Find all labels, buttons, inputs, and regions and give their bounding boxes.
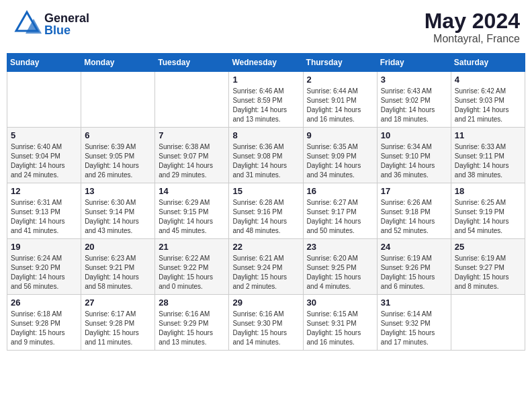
calendar-cell: 16Sunrise: 6:27 AMSunset: 9:17 PMDayligh…: [303, 183, 377, 239]
day-info: Sunrise: 6:34 AMSunset: 9:10 PMDaylight:…: [381, 142, 447, 180]
day-info: Sunrise: 6:21 AMSunset: 9:24 PMDaylight:…: [232, 254, 299, 291]
day-number: 5: [11, 130, 77, 140]
day-info: Sunrise: 6:42 AMSunset: 9:03 PMDaylight:…: [455, 87, 521, 124]
col-sunday: Sunday: [7, 54, 81, 72]
calendar-week-3: 12Sunrise: 6:31 AMSunset: 9:13 PMDayligh…: [7, 183, 525, 239]
day-number: 14: [159, 186, 225, 196]
calendar-cell: 23Sunrise: 6:20 AMSunset: 9:25 PMDayligh…: [303, 239, 377, 295]
day-info: Sunrise: 6:38 AMSunset: 9:07 PMDaylight:…: [159, 142, 225, 180]
day-info: Sunrise: 6:20 AMSunset: 9:25 PMDaylight:…: [307, 254, 373, 291]
day-info: Sunrise: 6:25 AMSunset: 9:19 PMDaylight:…: [455, 198, 521, 236]
title-block: May 2024 Montayral, France: [425, 9, 520, 45]
day-number: 16: [307, 186, 373, 196]
calendar-cell: 4Sunrise: 6:42 AMSunset: 9:03 PMDaylight…: [451, 72, 525, 128]
calendar-table: Sunday Monday Tuesday Wednesday Thursday…: [7, 53, 525, 351]
calendar-cell: [451, 295, 525, 351]
logo-general-text: General: [44, 12, 89, 24]
calendar-cell: 6Sunrise: 6:39 AMSunset: 9:05 PMDaylight…: [81, 128, 155, 183]
page-header: General Blue May 2024 Montayral, France: [7, 7, 525, 48]
col-saturday: Saturday: [451, 54, 525, 72]
calendar-cell: [7, 72, 81, 128]
day-info: Sunrise: 6:35 AMSunset: 9:09 PMDaylight:…: [307, 142, 373, 180]
day-info: Sunrise: 6:17 AMSunset: 9:28 PMDaylight:…: [85, 310, 151, 347]
calendar-cell: 19Sunrise: 6:24 AMSunset: 9:20 PMDayligh…: [7, 239, 81, 295]
calendar-cell: 17Sunrise: 6:26 AMSunset: 9:18 PMDayligh…: [377, 183, 451, 239]
day-info: Sunrise: 6:29 AMSunset: 9:15 PMDaylight:…: [159, 198, 225, 236]
day-number: 9: [307, 130, 373, 140]
day-number: 19: [11, 242, 77, 252]
calendar-cell: [155, 72, 229, 128]
day-info: Sunrise: 6:44 AMSunset: 9:01 PMDaylight:…: [307, 87, 373, 124]
day-info: Sunrise: 6:14 AMSunset: 9:32 PMDaylight:…: [381, 310, 447, 347]
calendar-week-2: 5Sunrise: 6:40 AMSunset: 9:04 PMDaylight…: [7, 128, 525, 183]
day-number: 15: [232, 186, 299, 196]
day-number: 21: [159, 242, 225, 252]
day-info: Sunrise: 6:18 AMSunset: 9:28 PMDaylight:…: [11, 310, 77, 347]
calendar-cell: 27Sunrise: 6:17 AMSunset: 9:28 PMDayligh…: [81, 295, 155, 351]
calendar-cell: [81, 72, 155, 128]
day-info: Sunrise: 6:22 AMSunset: 9:22 PMDaylight:…: [159, 254, 225, 291]
calendar-cell: 7Sunrise: 6:38 AMSunset: 9:07 PMDaylight…: [155, 128, 229, 183]
calendar-cell: 30Sunrise: 6:15 AMSunset: 9:31 PMDayligh…: [303, 295, 377, 351]
col-tuesday: Tuesday: [155, 54, 229, 72]
calendar-cell: 28Sunrise: 6:16 AMSunset: 9:29 PMDayligh…: [155, 295, 229, 351]
calendar-week-1: 1Sunrise: 6:46 AMSunset: 8:59 PMDaylight…: [7, 72, 525, 128]
calendar-cell: 22Sunrise: 6:21 AMSunset: 9:24 PMDayligh…: [229, 239, 303, 295]
calendar-cell: 24Sunrise: 6:19 AMSunset: 9:26 PMDayligh…: [377, 239, 451, 295]
day-number: 22: [232, 242, 299, 252]
col-thursday: Thursday: [303, 54, 377, 72]
calendar-cell: 14Sunrise: 6:29 AMSunset: 9:15 PMDayligh…: [155, 183, 229, 239]
day-number: 24: [381, 242, 447, 252]
month-year-title: May 2024: [425, 9, 520, 33]
day-info: Sunrise: 6:16 AMSunset: 9:30 PMDaylight:…: [232, 310, 299, 347]
day-number: 23: [307, 242, 373, 252]
calendar-cell: 11Sunrise: 6:33 AMSunset: 9:11 PMDayligh…: [451, 128, 525, 183]
calendar-week-4: 19Sunrise: 6:24 AMSunset: 9:20 PMDayligh…: [7, 239, 525, 295]
calendar-cell: 26Sunrise: 6:18 AMSunset: 9:28 PMDayligh…: [7, 295, 81, 351]
day-info: Sunrise: 6:39 AMSunset: 9:05 PMDaylight:…: [85, 142, 151, 180]
day-number: 27: [85, 298, 151, 308]
logo: General Blue: [12, 9, 89, 39]
day-number: 3: [381, 75, 447, 85]
calendar-cell: 1Sunrise: 6:46 AMSunset: 8:59 PMDaylight…: [229, 72, 303, 128]
svg-marker-1: [26, 19, 42, 34]
day-number: 31: [381, 298, 447, 308]
day-number: 11: [455, 130, 521, 140]
day-info: Sunrise: 6:46 AMSunset: 8:59 PMDaylight:…: [232, 87, 299, 124]
day-info: Sunrise: 6:19 AMSunset: 9:27 PMDaylight:…: [455, 254, 521, 291]
day-number: 1: [232, 75, 299, 85]
calendar-header-row: Sunday Monday Tuesday Wednesday Thursday…: [7, 54, 525, 72]
day-number: 6: [85, 130, 151, 140]
day-info: Sunrise: 6:36 AMSunset: 9:08 PMDaylight:…: [232, 142, 299, 180]
day-info: Sunrise: 6:23 AMSunset: 9:21 PMDaylight:…: [85, 254, 151, 291]
day-info: Sunrise: 6:26 AMSunset: 9:18 PMDaylight:…: [381, 198, 447, 236]
day-number: 28: [159, 298, 225, 308]
calendar-cell: 3Sunrise: 6:43 AMSunset: 9:02 PMDaylight…: [377, 72, 451, 128]
calendar-cell: 31Sunrise: 6:14 AMSunset: 9:32 PMDayligh…: [377, 295, 451, 351]
day-info: Sunrise: 6:27 AMSunset: 9:17 PMDaylight:…: [307, 198, 373, 236]
day-number: 17: [381, 186, 447, 196]
location-subtitle: Montayral, France: [425, 33, 520, 45]
day-number: 29: [232, 298, 299, 308]
day-info: Sunrise: 6:19 AMSunset: 9:26 PMDaylight:…: [381, 254, 447, 291]
day-number: 26: [11, 298, 77, 308]
day-info: Sunrise: 6:33 AMSunset: 9:11 PMDaylight:…: [455, 142, 521, 180]
logo-blue-text: Blue: [44, 24, 89, 36]
col-wednesday: Wednesday: [229, 54, 303, 72]
col-monday: Monday: [81, 54, 155, 72]
calendar-cell: 5Sunrise: 6:40 AMSunset: 9:04 PMDaylight…: [7, 128, 81, 183]
day-number: 2: [307, 75, 373, 85]
calendar-cell: 8Sunrise: 6:36 AMSunset: 9:08 PMDaylight…: [229, 128, 303, 183]
day-number: 30: [307, 298, 373, 308]
day-number: 25: [455, 242, 521, 252]
calendar-cell: 9Sunrise: 6:35 AMSunset: 9:09 PMDaylight…: [303, 128, 377, 183]
calendar-cell: 21Sunrise: 6:22 AMSunset: 9:22 PMDayligh…: [155, 239, 229, 295]
day-info: Sunrise: 6:28 AMSunset: 9:16 PMDaylight:…: [232, 198, 299, 236]
day-number: 12: [11, 186, 77, 196]
calendar-cell: 10Sunrise: 6:34 AMSunset: 9:10 PMDayligh…: [377, 128, 451, 183]
day-number: 7: [159, 130, 225, 140]
day-info: Sunrise: 6:40 AMSunset: 9:04 PMDaylight:…: [11, 142, 77, 180]
calendar-week-5: 26Sunrise: 6:18 AMSunset: 9:28 PMDayligh…: [7, 295, 525, 351]
calendar-cell: 18Sunrise: 6:25 AMSunset: 9:19 PMDayligh…: [451, 183, 525, 239]
day-number: 20: [85, 242, 151, 252]
